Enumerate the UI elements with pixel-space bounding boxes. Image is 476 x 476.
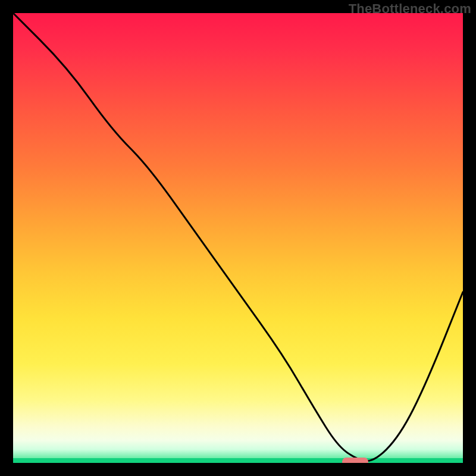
optimal-marker bbox=[342, 458, 368, 463]
chart-line bbox=[13, 13, 463, 463]
chart-plot-area bbox=[13, 13, 463, 463]
watermark-text: TheBottleneck.com bbox=[349, 1, 471, 17]
